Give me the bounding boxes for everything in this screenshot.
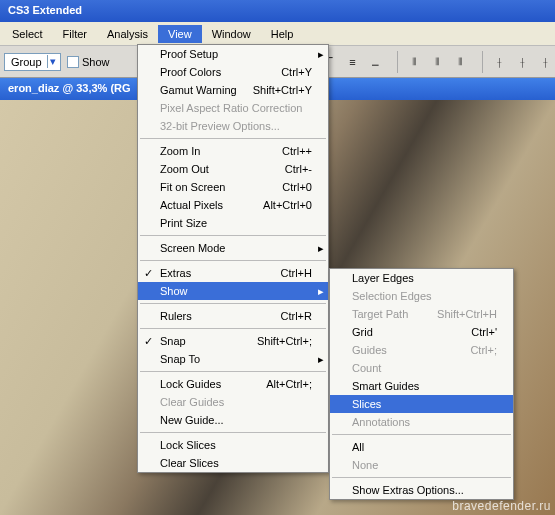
check-icon: ✓ bbox=[144, 335, 153, 348]
menu-shortcut: Ctrl+R bbox=[281, 310, 312, 322]
menu-shortcut: Ctrl+' bbox=[471, 326, 497, 338]
view-item-snap-to[interactable]: Snap To▸ bbox=[138, 350, 328, 368]
menu-item-label: Print Size bbox=[160, 217, 312, 229]
menu-item-label: Clear Slices bbox=[160, 457, 312, 469]
show-item-target-path: Target PathShift+Ctrl+H bbox=[330, 305, 513, 323]
show-item-show-extras-options-[interactable]: Show Extras Options... bbox=[330, 481, 513, 499]
view-item-zoom-in[interactable]: Zoom InCtrl++ bbox=[138, 142, 328, 160]
view-separator bbox=[140, 432, 326, 433]
distribute-hcenter-icon[interactable]: ⟊ bbox=[512, 51, 534, 73]
menu-item-label: Proof Setup bbox=[160, 48, 312, 60]
menu-item-label: Pixel Aspect Ratio Correction bbox=[160, 102, 312, 114]
menu-item-label: Snap To bbox=[160, 353, 312, 365]
view-item-new-guide-[interactable]: New Guide... bbox=[138, 411, 328, 429]
menu-view[interactable]: View bbox=[158, 25, 202, 43]
show-item-guides: GuidesCtrl+; bbox=[330, 341, 513, 359]
menu-item-label: Target Path bbox=[352, 308, 429, 320]
menu-item-label: Gamut Warning bbox=[160, 84, 245, 96]
menu-item-label: Selection Edges bbox=[352, 290, 497, 302]
menu-item-label: Zoom In bbox=[160, 145, 274, 157]
show-separator bbox=[332, 477, 511, 478]
menu-item-label: Zoom Out bbox=[160, 163, 277, 175]
menu-item-label: None bbox=[352, 459, 497, 471]
show-checkbox[interactable]: Show bbox=[67, 56, 110, 68]
menu-item-label: Screen Mode bbox=[160, 242, 312, 254]
distribute-top-icon[interactable]: ⫴ bbox=[404, 51, 426, 73]
align-vcenter-icon[interactable]: ≡ bbox=[342, 51, 364, 73]
menu-item-label: All bbox=[352, 441, 497, 453]
view-separator bbox=[140, 138, 326, 139]
view-item-clear-slices[interactable]: Clear Slices bbox=[138, 454, 328, 472]
submenu-arrow-icon: ▸ bbox=[318, 48, 324, 61]
distribute-right-icon[interactable]: ⟊ bbox=[535, 51, 555, 73]
menu-item-label: Show bbox=[160, 285, 312, 297]
menu-item-label: Show Extras Options... bbox=[352, 484, 497, 496]
view-separator bbox=[140, 328, 326, 329]
menu-item-label: Slices bbox=[352, 398, 497, 410]
view-item-extras[interactable]: ✓ExtrasCtrl+H bbox=[138, 264, 328, 282]
view-separator bbox=[140, 371, 326, 372]
view-item-proof-setup[interactable]: Proof Setup▸ bbox=[138, 45, 328, 63]
menu-bar: SelectFilterAnalysisViewWindowHelp bbox=[0, 22, 555, 46]
show-item-layer-edges[interactable]: Layer Edges bbox=[330, 269, 513, 287]
menu-shortcut: Ctrl+Y bbox=[281, 66, 312, 78]
menu-shortcut: Alt+Ctrl+; bbox=[266, 378, 312, 390]
menu-item-label: Clear Guides bbox=[160, 396, 312, 408]
menu-item-label: Extras bbox=[160, 267, 273, 279]
show-separator bbox=[332, 434, 511, 435]
view-item-32-bit-preview-options-: 32-bit Preview Options... bbox=[138, 117, 328, 135]
menu-item-label: Guides bbox=[352, 344, 462, 356]
menu-analysis[interactable]: Analysis bbox=[97, 25, 158, 43]
show-item-all[interactable]: All bbox=[330, 438, 513, 456]
view-separator bbox=[140, 235, 326, 236]
show-item-none: None bbox=[330, 456, 513, 474]
show-item-slices[interactable]: Slices bbox=[330, 395, 513, 413]
view-item-screen-mode[interactable]: Screen Mode▸ bbox=[138, 239, 328, 257]
view-item-snap[interactable]: ✓SnapShift+Ctrl+; bbox=[138, 332, 328, 350]
menu-shortcut: Shift+Ctrl+Y bbox=[253, 84, 312, 96]
view-item-show[interactable]: Show▸ bbox=[138, 282, 328, 300]
view-item-fit-on-screen[interactable]: Fit on ScreenCtrl+0 bbox=[138, 178, 328, 196]
distribute-bottom-icon[interactable]: ⫴ bbox=[450, 51, 472, 73]
view-item-proof-colors[interactable]: Proof ColorsCtrl+Y bbox=[138, 63, 328, 81]
show-submenu: Layer EdgesSelection EdgesTarget PathShi… bbox=[329, 268, 514, 500]
title-bar: CS3 Extended bbox=[0, 0, 555, 22]
menu-item-label: Smart Guides bbox=[352, 380, 497, 392]
distribute-vcenter-icon[interactable]: ⫴ bbox=[427, 51, 449, 73]
align-bottom-icon[interactable]: ⎽ bbox=[365, 51, 387, 73]
menu-item-label: Layer Edges bbox=[352, 272, 497, 284]
show-item-count: Count bbox=[330, 359, 513, 377]
menu-help[interactable]: Help bbox=[261, 25, 304, 43]
menu-shortcut: Alt+Ctrl+0 bbox=[263, 199, 312, 211]
menu-select[interactable]: Select bbox=[2, 25, 53, 43]
view-separator bbox=[140, 260, 326, 261]
show-item-selection-edges: Selection Edges bbox=[330, 287, 513, 305]
chevron-down-icon: ▾ bbox=[47, 55, 58, 68]
menu-shortcut: Ctrl++ bbox=[282, 145, 312, 157]
menu-item-label: Actual Pixels bbox=[160, 199, 255, 211]
view-item-lock-guides[interactable]: Lock GuidesAlt+Ctrl+; bbox=[138, 375, 328, 393]
menu-shortcut: Shift+Ctrl+H bbox=[437, 308, 497, 320]
view-item-lock-slices[interactable]: Lock Slices bbox=[138, 436, 328, 454]
view-item-zoom-out[interactable]: Zoom OutCtrl+- bbox=[138, 160, 328, 178]
menu-shortcut: Shift+Ctrl+; bbox=[257, 335, 312, 347]
group-combo[interactable]: Group ▾ bbox=[4, 53, 61, 71]
app-title: CS3 Extended bbox=[8, 4, 82, 16]
menu-shortcut: Ctrl+H bbox=[281, 267, 312, 279]
view-item-pixel-aspect-ratio-correction: Pixel Aspect Ratio Correction bbox=[138, 99, 328, 117]
show-item-smart-guides[interactable]: Smart Guides bbox=[330, 377, 513, 395]
checkbox-box-icon bbox=[67, 56, 79, 68]
menu-filter[interactable]: Filter bbox=[53, 25, 97, 43]
distribute-left-icon[interactable]: ⟊ bbox=[489, 51, 511, 73]
show-item-grid[interactable]: GridCtrl+' bbox=[330, 323, 513, 341]
view-item-gamut-warning[interactable]: Gamut WarningShift+Ctrl+Y bbox=[138, 81, 328, 99]
show-item-annotations: Annotations bbox=[330, 413, 513, 431]
view-item-actual-pixels[interactable]: Actual PixelsAlt+Ctrl+0 bbox=[138, 196, 328, 214]
submenu-arrow-icon: ▸ bbox=[318, 285, 324, 298]
submenu-arrow-icon: ▸ bbox=[318, 353, 324, 366]
menu-item-label: Grid bbox=[352, 326, 463, 338]
view-item-print-size[interactable]: Print Size bbox=[138, 214, 328, 232]
submenu-arrow-icon: ▸ bbox=[318, 242, 324, 255]
view-item-rulers[interactable]: RulersCtrl+R bbox=[138, 307, 328, 325]
menu-window[interactable]: Window bbox=[202, 25, 261, 43]
